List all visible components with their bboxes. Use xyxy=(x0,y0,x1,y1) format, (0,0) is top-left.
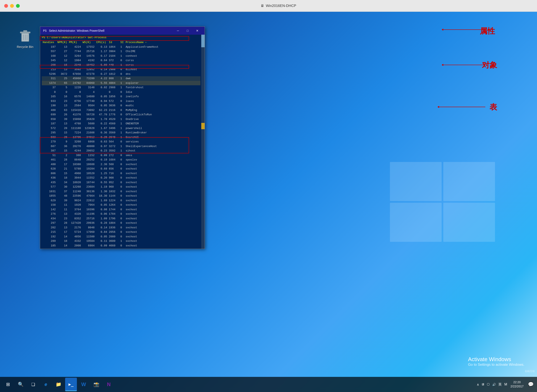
table-cell: csrss xyxy=(125,63,201,67)
table-row: 557277744257161.1739041ChsIME xyxy=(42,49,201,54)
table-row: 2799326068680.635640services xyxy=(42,140,201,144)
taskbar-onenote[interactable]: N xyxy=(103,378,115,391)
svg-rect-2 xyxy=(23,30,27,32)
win-pane-tl xyxy=(390,162,442,201)
table-cell: smss xyxy=(125,153,201,158)
table-cell: svchost xyxy=(125,243,201,248)
table-cell: 0 xyxy=(120,153,125,158)
col-si: SI xyxy=(120,40,125,45)
recycle-bin[interactable]: Recycle Bin xyxy=(17,28,33,49)
table-cell: 808 xyxy=(108,76,120,81)
table-cell: 23684 xyxy=(82,185,95,189)
table-cell: 1855 xyxy=(42,194,56,198)
table-cell: 7224 xyxy=(68,131,82,135)
table-cell: svchost xyxy=(125,171,201,176)
mac-close-button[interactable] xyxy=(4,4,8,8)
table-cell: Idle xyxy=(125,90,201,94)
table-cell: 3272 xyxy=(108,144,120,149)
table-cell: 0 xyxy=(120,72,125,76)
ps-scrollbar[interactable] xyxy=(201,35,205,249)
table-cell: svchost xyxy=(125,203,201,207)
table-cell: services xyxy=(125,140,201,144)
tray-network-icon[interactable]: 骤 xyxy=(481,382,485,387)
table-cell: 185 xyxy=(42,243,56,248)
mac-window-controls[interactable] xyxy=(4,4,20,8)
taskbar-clock[interactable]: 22:20 2/22/2017 xyxy=(509,380,525,388)
table-cell: 25716 xyxy=(82,216,95,221)
mac-minimize-button[interactable] xyxy=(10,4,14,8)
table-cell: 0 xyxy=(68,90,82,94)
table-cell: 2584 xyxy=(68,103,82,108)
taskbar-action-center[interactable]: 💬 xyxy=(527,378,535,391)
table-cell: 0.28 xyxy=(95,221,108,225)
table-row: 5032813796349120.2826481SearchUI xyxy=(42,135,201,140)
table-cell: 1 xyxy=(120,49,125,54)
table-row: 375122831480.0229881fontdrvhost xyxy=(42,85,201,90)
table-cell: 0 xyxy=(120,90,125,94)
table-cell: 215 xyxy=(42,230,56,234)
table-row: 5296367267856672780.2718120dns xyxy=(42,72,201,76)
annotation-arrow-shuxing xyxy=(442,28,443,31)
table-cell: 0 xyxy=(120,162,125,167)
table-cell: 4960 xyxy=(68,171,82,176)
table-row: 69926413765672847.7017760OfficeClickToRu… xyxy=(42,112,201,117)
tray-display-icon[interactable]: 🖵 xyxy=(486,382,490,387)
table-cell: 0.20 xyxy=(95,176,108,180)
table-cell: 5.55 xyxy=(95,81,108,85)
win-pane-bl xyxy=(390,203,442,242)
taskbar-powershell[interactable]: ▶_ xyxy=(65,378,77,391)
table-cell: 4768 xyxy=(68,121,82,126)
table-cell: 73092 xyxy=(82,108,95,113)
onenote-icon: N xyxy=(107,382,111,387)
taskbar-ie[interactable]: e xyxy=(40,378,52,391)
table-row: 34512198441920.643720csrss xyxy=(42,58,201,63)
table-cell: 5296 xyxy=(42,72,56,76)
col-processname: ProcessName ← xyxy=(125,40,201,45)
ps-minimize-button[interactable]: ─ xyxy=(173,28,183,34)
table-row: 298162348104525.894481csrss xyxy=(42,63,201,67)
taskbar-taskview[interactable]: ❏ xyxy=(27,378,39,391)
taskbar-search[interactable]: 🔍 xyxy=(15,378,27,391)
tray-volume-icon[interactable]: 🔊 xyxy=(492,382,496,387)
table-cell: 0.23 xyxy=(95,149,108,153)
table-cell: 1152 xyxy=(82,153,95,158)
table-cell: 17552 xyxy=(82,45,95,49)
table-cell: 2008 xyxy=(68,243,82,248)
table-cell: powershell xyxy=(125,126,201,131)
table-cell: 0.69 xyxy=(95,167,108,171)
taskbar-word[interactable]: W xyxy=(78,378,89,391)
taskbar-start[interactable]: ⊞ xyxy=(2,378,14,391)
table-cell: 656 xyxy=(108,167,120,171)
table-cell: 3496 xyxy=(108,126,120,131)
table-cell: 3592 xyxy=(108,149,120,153)
taskbar-explorer[interactable]: 📁 xyxy=(52,378,64,391)
table-cell: sihost xyxy=(125,149,201,153)
table-row: 933238756177408.945720lsass xyxy=(42,99,201,103)
table-cell: 3260 xyxy=(68,140,82,144)
table-cell: 18 xyxy=(56,239,68,243)
table-cell: 1.25 xyxy=(95,171,108,176)
ps-table-header: Handles NPM(K) PM(K) WS(K) CPU(s) Id SI … xyxy=(42,40,201,45)
ps-content: PS C:\Users\Administrator> Get-Process H… xyxy=(40,35,205,249)
tray-ime[interactable]: M xyxy=(504,382,507,387)
table-cell: 0 xyxy=(120,103,125,108)
mac-maximize-button[interactable] xyxy=(16,4,20,8)
tray-arrow[interactable]: ∧ xyxy=(476,382,480,387)
table-cell: 557 xyxy=(42,49,56,54)
table-cell: 14 xyxy=(56,243,68,248)
activate-subtitle: Go to Settings to activate Windows. xyxy=(468,363,524,367)
ps-close-button[interactable]: ✕ xyxy=(192,28,202,34)
table-cell: 436 xyxy=(42,176,56,180)
table-cell: 2116 xyxy=(108,108,120,113)
table-cell: 488 xyxy=(42,108,56,113)
table-cell: 1 xyxy=(120,149,125,153)
tray-lang[interactable]: 英 xyxy=(498,382,502,387)
table-cell: 14680 xyxy=(82,94,95,99)
table-row: 434238352257161.0917960svchost xyxy=(42,216,201,221)
table-cell: 0.64 xyxy=(95,58,108,63)
taskbar-snap[interactable]: 📸 xyxy=(90,378,102,391)
ps-restore-button[interactable]: □ xyxy=(183,28,192,34)
table-cell: 0 xyxy=(120,171,125,176)
ps-window-controls[interactable]: ─ □ ✕ xyxy=(173,28,202,34)
table-cell: 0.22 xyxy=(95,121,108,126)
